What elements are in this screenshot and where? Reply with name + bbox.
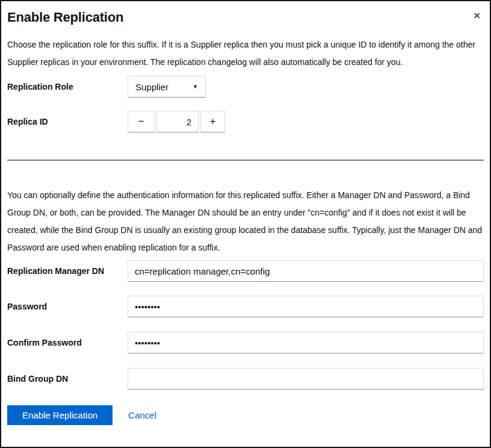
enable-replication-button[interactable]: Enable Replication: [7, 405, 113, 425]
close-icon: ×: [474, 9, 480, 22]
bind-group-dn-input[interactable]: [128, 368, 484, 390]
confirm-password-input[interactable]: [128, 332, 484, 353]
replication-role-select[interactable]: Supplier ▼: [128, 76, 206, 98]
plus-icon: +: [210, 116, 216, 128]
cancel-button[interactable]: Cancel: [128, 410, 156, 420]
caret-down-icon: ▼: [193, 84, 198, 90]
password-row: Password: [7, 296, 484, 317]
description-authentication: You can optionally define the authentica…: [7, 187, 484, 257]
description-role: Choose the replication role for this suf…: [7, 36, 484, 71]
replica-id-stepper: − +: [128, 111, 225, 132]
replica-id-increment-button[interactable]: +: [200, 111, 225, 132]
dialog-title: Enable Replication: [7, 8, 484, 26]
manager-dn-label: Replication Manager DN: [7, 266, 128, 276]
password-input[interactable]: [128, 296, 484, 317]
replica-id-row: Replica ID − +: [7, 111, 484, 132]
replica-id-input[interactable]: [156, 111, 199, 132]
replication-role-label: Replication Role: [7, 82, 128, 92]
manager-dn-row: Replication Manager DN: [7, 260, 484, 282]
replica-id-label: Replica ID: [7, 117, 128, 126]
section-divider: [7, 160, 484, 161]
replication-role-row: Replication Role Supplier ▼: [7, 76, 484, 98]
replication-role-selected-value: Supplier: [135, 82, 168, 92]
bind-group-dn-row: Bind Group DN: [7, 368, 484, 390]
confirm-password-label: Confirm Password: [7, 338, 128, 347]
minus-icon: −: [138, 116, 144, 128]
close-button[interactable]: ×: [474, 10, 480, 21]
dialog-footer: Enable Replication Cancel: [7, 405, 484, 425]
manager-dn-input[interactable]: [128, 260, 484, 282]
replica-id-decrement-button[interactable]: −: [128, 111, 155, 132]
bind-group-dn-label: Bind Group DN: [7, 374, 128, 384]
enable-replication-dialog: Enable Replication × Choose the replicat…: [0, 0, 491, 448]
password-label: Password: [7, 302, 128, 311]
confirm-password-row: Confirm Password: [7, 332, 484, 353]
